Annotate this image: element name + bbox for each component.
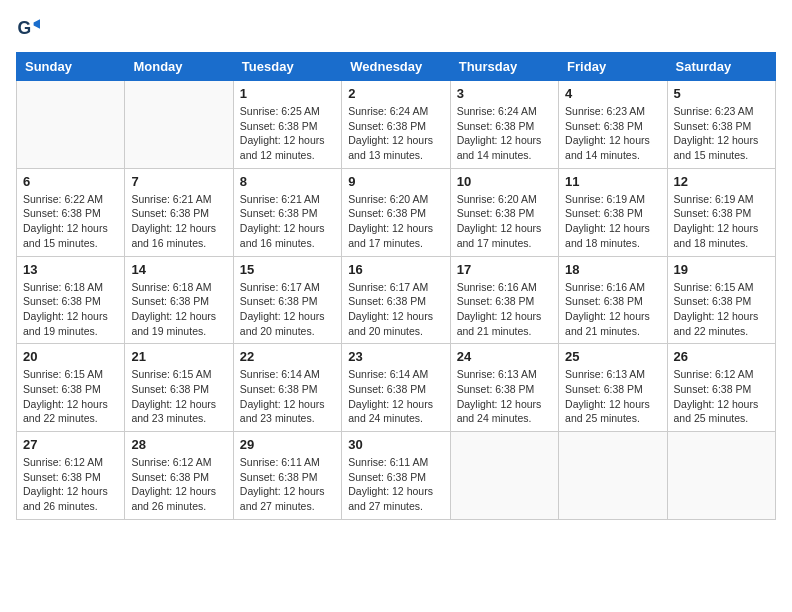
logo: G [16, 16, 44, 40]
day-number: 16 [348, 262, 443, 277]
header: G [16, 16, 776, 40]
day-info: Sunrise: 6:20 AMSunset: 6:38 PMDaylight:… [348, 192, 443, 251]
day-number: 21 [131, 349, 226, 364]
day-number: 17 [457, 262, 552, 277]
svg-marker-1 [34, 19, 40, 29]
calendar-cell: 5Sunrise: 6:23 AMSunset: 6:38 PMDaylight… [667, 81, 775, 169]
day-number: 30 [348, 437, 443, 452]
day-number: 22 [240, 349, 335, 364]
calendar-cell: 7Sunrise: 6:21 AMSunset: 6:38 PMDaylight… [125, 168, 233, 256]
calendar-cell: 12Sunrise: 6:19 AMSunset: 6:38 PMDayligh… [667, 168, 775, 256]
day-number: 10 [457, 174, 552, 189]
weekday-header-wednesday: Wednesday [342, 53, 450, 81]
calendar-cell: 29Sunrise: 6:11 AMSunset: 6:38 PMDayligh… [233, 432, 341, 520]
day-info: Sunrise: 6:15 AMSunset: 6:38 PMDaylight:… [674, 280, 769, 339]
calendar-cell: 25Sunrise: 6:13 AMSunset: 6:38 PMDayligh… [559, 344, 667, 432]
calendar-cell: 8Sunrise: 6:21 AMSunset: 6:38 PMDaylight… [233, 168, 341, 256]
calendar-cell [17, 81, 125, 169]
day-info: Sunrise: 6:17 AMSunset: 6:38 PMDaylight:… [348, 280, 443, 339]
calendar-cell: 13Sunrise: 6:18 AMSunset: 6:38 PMDayligh… [17, 256, 125, 344]
day-info: Sunrise: 6:16 AMSunset: 6:38 PMDaylight:… [565, 280, 660, 339]
logo-icon: G [16, 16, 40, 40]
week-row-3: 13Sunrise: 6:18 AMSunset: 6:38 PMDayligh… [17, 256, 776, 344]
weekday-header-monday: Monday [125, 53, 233, 81]
day-number: 19 [674, 262, 769, 277]
weekday-header-sunday: Sunday [17, 53, 125, 81]
day-number: 18 [565, 262, 660, 277]
day-info: Sunrise: 6:17 AMSunset: 6:38 PMDaylight:… [240, 280, 335, 339]
day-info: Sunrise: 6:15 AMSunset: 6:38 PMDaylight:… [23, 367, 118, 426]
day-number: 15 [240, 262, 335, 277]
weekday-header-row: SundayMondayTuesdayWednesdayThursdayFrid… [17, 53, 776, 81]
day-number: 29 [240, 437, 335, 452]
calendar-cell: 2Sunrise: 6:24 AMSunset: 6:38 PMDaylight… [342, 81, 450, 169]
day-number: 12 [674, 174, 769, 189]
day-number: 7 [131, 174, 226, 189]
calendar-cell [125, 81, 233, 169]
day-info: Sunrise: 6:24 AMSunset: 6:38 PMDaylight:… [348, 104, 443, 163]
calendar-cell: 6Sunrise: 6:22 AMSunset: 6:38 PMDaylight… [17, 168, 125, 256]
day-number: 3 [457, 86, 552, 101]
weekday-header-friday: Friday [559, 53, 667, 81]
day-number: 28 [131, 437, 226, 452]
calendar-cell: 30Sunrise: 6:11 AMSunset: 6:38 PMDayligh… [342, 432, 450, 520]
weekday-header-saturday: Saturday [667, 53, 775, 81]
calendar-cell: 1Sunrise: 6:25 AMSunset: 6:38 PMDaylight… [233, 81, 341, 169]
calendar-cell: 28Sunrise: 6:12 AMSunset: 6:38 PMDayligh… [125, 432, 233, 520]
calendar: SundayMondayTuesdayWednesdayThursdayFrid… [16, 52, 776, 520]
day-number: 2 [348, 86, 443, 101]
day-number: 25 [565, 349, 660, 364]
day-number: 14 [131, 262, 226, 277]
day-number: 4 [565, 86, 660, 101]
day-number: 13 [23, 262, 118, 277]
calendar-cell: 24Sunrise: 6:13 AMSunset: 6:38 PMDayligh… [450, 344, 558, 432]
calendar-cell: 15Sunrise: 6:17 AMSunset: 6:38 PMDayligh… [233, 256, 341, 344]
calendar-cell: 22Sunrise: 6:14 AMSunset: 6:38 PMDayligh… [233, 344, 341, 432]
calendar-cell: 17Sunrise: 6:16 AMSunset: 6:38 PMDayligh… [450, 256, 558, 344]
calendar-cell: 26Sunrise: 6:12 AMSunset: 6:38 PMDayligh… [667, 344, 775, 432]
day-number: 20 [23, 349, 118, 364]
svg-text:G: G [18, 18, 32, 38]
calendar-cell [559, 432, 667, 520]
calendar-cell: 23Sunrise: 6:14 AMSunset: 6:38 PMDayligh… [342, 344, 450, 432]
day-info: Sunrise: 6:13 AMSunset: 6:38 PMDaylight:… [565, 367, 660, 426]
day-info: Sunrise: 6:19 AMSunset: 6:38 PMDaylight:… [674, 192, 769, 251]
day-number: 26 [674, 349, 769, 364]
day-info: Sunrise: 6:25 AMSunset: 6:38 PMDaylight:… [240, 104, 335, 163]
calendar-cell: 19Sunrise: 6:15 AMSunset: 6:38 PMDayligh… [667, 256, 775, 344]
day-number: 24 [457, 349, 552, 364]
day-info: Sunrise: 6:12 AMSunset: 6:38 PMDaylight:… [674, 367, 769, 426]
day-info: Sunrise: 6:23 AMSunset: 6:38 PMDaylight:… [674, 104, 769, 163]
day-number: 27 [23, 437, 118, 452]
weekday-header-tuesday: Tuesday [233, 53, 341, 81]
day-info: Sunrise: 6:19 AMSunset: 6:38 PMDaylight:… [565, 192, 660, 251]
day-number: 9 [348, 174, 443, 189]
day-info: Sunrise: 6:18 AMSunset: 6:38 PMDaylight:… [23, 280, 118, 339]
calendar-cell: 21Sunrise: 6:15 AMSunset: 6:38 PMDayligh… [125, 344, 233, 432]
week-row-4: 20Sunrise: 6:15 AMSunset: 6:38 PMDayligh… [17, 344, 776, 432]
day-info: Sunrise: 6:13 AMSunset: 6:38 PMDaylight:… [457, 367, 552, 426]
calendar-cell: 3Sunrise: 6:24 AMSunset: 6:38 PMDaylight… [450, 81, 558, 169]
day-info: Sunrise: 6:16 AMSunset: 6:38 PMDaylight:… [457, 280, 552, 339]
calendar-cell: 20Sunrise: 6:15 AMSunset: 6:38 PMDayligh… [17, 344, 125, 432]
week-row-5: 27Sunrise: 6:12 AMSunset: 6:38 PMDayligh… [17, 432, 776, 520]
day-info: Sunrise: 6:11 AMSunset: 6:38 PMDaylight:… [240, 455, 335, 514]
calendar-cell [667, 432, 775, 520]
week-row-1: 1Sunrise: 6:25 AMSunset: 6:38 PMDaylight… [17, 81, 776, 169]
calendar-cell: 11Sunrise: 6:19 AMSunset: 6:38 PMDayligh… [559, 168, 667, 256]
day-info: Sunrise: 6:21 AMSunset: 6:38 PMDaylight:… [240, 192, 335, 251]
day-info: Sunrise: 6:12 AMSunset: 6:38 PMDaylight:… [23, 455, 118, 514]
day-info: Sunrise: 6:15 AMSunset: 6:38 PMDaylight:… [131, 367, 226, 426]
day-number: 5 [674, 86, 769, 101]
day-info: Sunrise: 6:14 AMSunset: 6:38 PMDaylight:… [240, 367, 335, 426]
day-info: Sunrise: 6:12 AMSunset: 6:38 PMDaylight:… [131, 455, 226, 514]
day-info: Sunrise: 6:11 AMSunset: 6:38 PMDaylight:… [348, 455, 443, 514]
day-info: Sunrise: 6:22 AMSunset: 6:38 PMDaylight:… [23, 192, 118, 251]
calendar-cell: 9Sunrise: 6:20 AMSunset: 6:38 PMDaylight… [342, 168, 450, 256]
calendar-cell: 14Sunrise: 6:18 AMSunset: 6:38 PMDayligh… [125, 256, 233, 344]
day-info: Sunrise: 6:20 AMSunset: 6:38 PMDaylight:… [457, 192, 552, 251]
calendar-cell [450, 432, 558, 520]
day-number: 23 [348, 349, 443, 364]
calendar-cell: 18Sunrise: 6:16 AMSunset: 6:38 PMDayligh… [559, 256, 667, 344]
day-number: 6 [23, 174, 118, 189]
